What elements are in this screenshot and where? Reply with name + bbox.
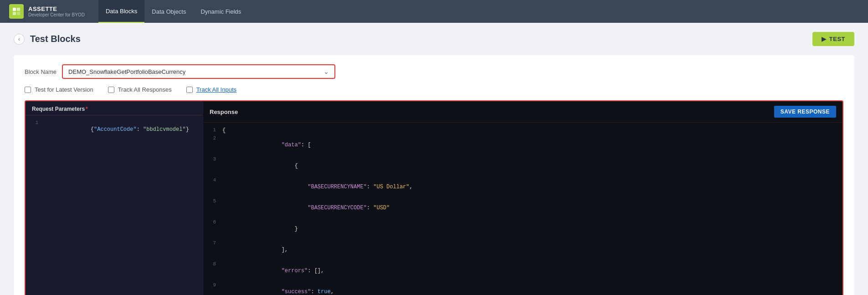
rl-5: "BASECURRENCYCODE": "USD" (222, 198, 390, 217)
page-header: ‹ Test Blocks ▶ TEST (14, 32, 854, 46)
brand-text: ASSETTE Developer Center for BYOD (28, 5, 85, 17)
brand-logo-icon (12, 7, 21, 16)
nav-menu: Data Blocks Data Objects Dynamic Fields (98, 0, 248, 23)
request-panel-header: Request Parameters* (26, 101, 203, 115)
svg-rect-1 (17, 8, 20, 11)
page-title: Test Blocks (30, 34, 81, 44)
block-name-value: DEMO_SnowflakeGetPortfolioBaseCurrency (68, 68, 324, 75)
rl-4: "BASECURRENCYNAME": "US Dollar", (222, 177, 413, 197)
response-line-1: 1 { (203, 126, 842, 135)
checkbox-track-responses-label: Track All Responses (118, 86, 172, 93)
rl-7: ], (222, 240, 288, 259)
response-line-5: 5 "BASECURRENCYCODE": "USD" (203, 197, 842, 218)
svg-rect-3 (17, 12, 20, 15)
checkbox-latest-version[interactable]: Test for Latest Version (25, 86, 93, 93)
main-content: ‹ Test Blocks ▶ TEST Block Name DEMO_Sno… (0, 23, 868, 295)
rln-7: 7 (203, 240, 222, 246)
brand-subtitle: Developer Center for BYOD (28, 12, 85, 17)
checkbox-track-inputs-input[interactable] (186, 87, 193, 93)
rln-1: 1 (203, 127, 222, 133)
response-line-2: 2 "data": [ (203, 135, 842, 155)
rl-8: "errors": [], (222, 261, 324, 280)
brand-area: ASSETTE Developer Center for BYOD (0, 0, 94, 23)
rl-1: { (222, 127, 226, 134)
code-line-1: 1 {"AccountCode": "bbdlcvmodel"} (26, 119, 203, 140)
response-panel-header: Response SAVE RESPONSE (203, 101, 842, 123)
top-nav: ASSETTE Developer Center for BYOD Data B… (0, 0, 868, 23)
checkbox-latest-version-input[interactable] (25, 87, 31, 93)
rln-6: 6 (203, 219, 222, 225)
response-code-editor: 1 { 2 "data": [ 3 { (203, 123, 842, 295)
line-content-1: {"AccountCode": "bbdlcvmodel"} (45, 120, 189, 139)
brand-logo (9, 4, 24, 19)
rl-9: "success": true, (222, 282, 334, 295)
checkbox-track-inputs[interactable]: Track All Inputs (186, 86, 236, 93)
test-btn-label: TEST (829, 36, 845, 42)
rln-2: 2 (203, 135, 222, 141)
response-line-7: 7 ], (203, 239, 842, 260)
line-num-1: 1 (26, 120, 45, 125)
rl-3: { (222, 156, 298, 176)
response-line-8: 8 "errors": [], (203, 260, 842, 281)
test-button[interactable]: ▶ TEST (812, 32, 854, 46)
response-line-3: 3 { (203, 155, 842, 176)
response-label: Response (210, 109, 238, 115)
nav-item-data-blocks[interactable]: Data Blocks (98, 0, 144, 23)
rln-8: 8 (203, 261, 222, 267)
nav-item-data-objects[interactable]: Data Objects (144, 0, 193, 23)
editors-row: Request Parameters* 1 {"AccountCode": "b… (25, 100, 843, 295)
save-response-button[interactable]: SAVE RESPONSE (774, 106, 836, 118)
response-panel: Response SAVE RESPONSE 1 { 2 "data": [ (203, 101, 842, 295)
rln-5: 5 (203, 198, 222, 204)
checkbox-track-responses[interactable]: Track All Responses (108, 86, 172, 93)
request-panel: Request Parameters* 1 {"AccountCode": "b… (26, 101, 203, 295)
checkbox-latest-version-label: Test for Latest Version (35, 86, 93, 93)
brand-name: ASSETTE (28, 5, 85, 12)
rln-4: 4 (203, 177, 222, 183)
response-line-4: 4 "BASECURRENCYNAME": "US Dollar", (203, 176, 842, 197)
checkbox-track-responses-input[interactable] (108, 87, 114, 93)
response-line-9: 9 "success": true, (203, 281, 842, 295)
test-icon: ▶ (822, 36, 827, 42)
rl-6: } (222, 219, 298, 238)
back-button[interactable]: ‹ (14, 34, 25, 45)
request-params-label: Request Parameters (32, 106, 85, 112)
nav-item-dynamic-fields[interactable]: Dynamic Fields (193, 0, 248, 23)
rln-3: 3 (203, 156, 222, 162)
response-line-6: 6 } (203, 218, 842, 239)
checkbox-track-inputs-label: Track All Inputs (196, 86, 236, 93)
chevron-down-icon: ⌄ (324, 68, 329, 75)
required-star: * (86, 106, 88, 112)
block-name-label: Block Name (25, 68, 56, 75)
rln-9: 9 (203, 282, 222, 288)
svg-rect-2 (13, 12, 16, 15)
svg-rect-0 (13, 8, 16, 11)
request-code-editor[interactable]: 1 {"AccountCode": "bbdlcvmodel"} (26, 115, 203, 289)
block-name-select[interactable]: DEMO_SnowflakeGetPortfolioBaseCurrency ⌄ (62, 64, 335, 79)
block-name-row: Block Name DEMO_SnowflakeGetPortfolioBas… (25, 64, 843, 79)
page-header-left: ‹ Test Blocks (14, 34, 81, 45)
checkboxes-row: Test for Latest Version Track All Respon… (25, 86, 843, 93)
rl-2: "data": [ (222, 135, 311, 155)
form-card: Block Name DEMO_SnowflakeGetPortfolioBas… (14, 55, 854, 295)
